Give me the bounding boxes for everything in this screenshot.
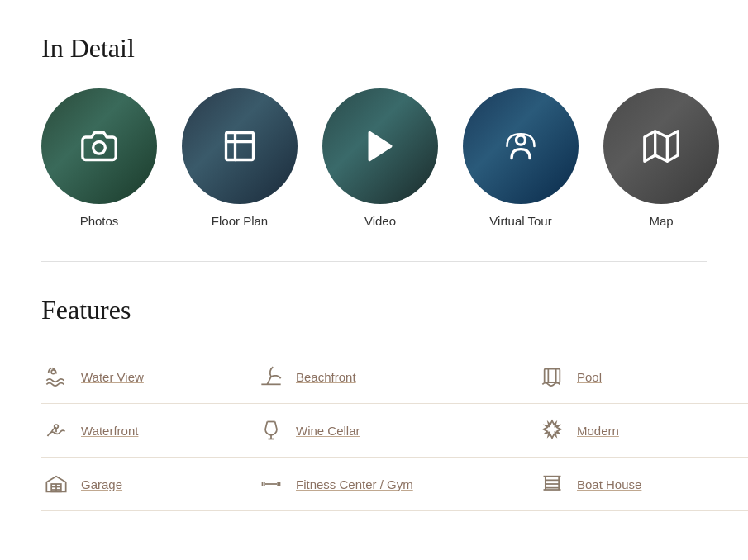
svg-point-11 <box>55 425 59 429</box>
feature-item-beachfront[interactable]: Beachfront <box>256 350 537 404</box>
feature-item-boat-house[interactable]: Boat House <box>537 458 748 511</box>
media-item-floorplan[interactable]: Floor Plan <box>182 88 298 228</box>
svg-marker-2 <box>369 133 391 160</box>
feature-item-modern[interactable]: Modern <box>537 404 748 458</box>
section-divider <box>41 261 707 262</box>
media-item-video[interactable]: Video <box>322 88 438 228</box>
wine-cellar-label: Wine Cellar <box>296 424 360 438</box>
water-view-icon <box>41 362 71 392</box>
pool-icon <box>537 362 567 392</box>
media-item-tour[interactable]: Virtual Tour <box>463 88 579 228</box>
in-detail-title: In Detail <box>41 33 707 64</box>
feature-item-water-view[interactable]: Water View <box>41 350 256 404</box>
camera-icon <box>81 128 117 164</box>
fitness-label: Fitness Center / Gym <box>296 477 413 491</box>
media-item-photos[interactable]: Photos <box>41 88 157 228</box>
media-circles: Photos Floor Plan Video <box>41 88 707 228</box>
circle-tour <box>463 88 579 204</box>
feature-item-fitness[interactable]: Fitness Center / Gym <box>256 458 537 511</box>
svg-point-0 <box>93 142 106 154</box>
feature-item-garage[interactable]: Garage <box>41 458 256 511</box>
svg-point-3 <box>517 135 526 145</box>
wine-cellar-icon <box>256 415 286 445</box>
beachfront-icon <box>256 362 286 392</box>
play-icon <box>362 128 398 164</box>
map-label: Map <box>649 214 673 228</box>
media-item-map[interactable]: Map <box>603 88 719 228</box>
modern-icon <box>537 415 567 445</box>
tour-label: Virtual Tour <box>489 214 551 228</box>
pool-label: Pool <box>577 370 602 384</box>
garage-icon <box>41 469 71 499</box>
circle-map <box>603 88 719 204</box>
water-view-label: Water View <box>81 370 144 384</box>
boat-house-label: Boat House <box>577 477 641 491</box>
svg-marker-4 <box>645 131 678 162</box>
beachfront-label: Beachfront <box>296 370 356 384</box>
circle-photos <box>41 88 157 204</box>
page-wrapper: In Detail Photos Floor Plan <box>0 0 748 544</box>
circle-video <box>322 88 438 204</box>
virtual-tour-icon <box>503 128 539 164</box>
map-icon <box>643 128 679 164</box>
feature-item-wine-cellar[interactable]: Wine Cellar <box>256 404 537 458</box>
waterfront-icon <box>41 415 71 445</box>
features-title: Features <box>41 295 707 325</box>
waterfront-label: Waterfront <box>81 424 138 438</box>
features-grid: Water View Beachfront <box>41 350 707 511</box>
feature-item-waterfront[interactable]: Waterfront <box>41 404 256 458</box>
circle-floorplan <box>182 88 298 204</box>
boat-house-icon <box>537 469 567 499</box>
floorplan-icon <box>222 128 258 164</box>
garage-label: Garage <box>81 477 122 491</box>
svg-rect-8 <box>545 369 560 382</box>
svg-rect-1 <box>226 133 254 160</box>
svg-point-7 <box>51 370 55 374</box>
modern-label: Modern <box>577 424 619 438</box>
feature-item-pool[interactable]: Pool <box>537 350 748 404</box>
floorplan-label: Floor Plan <box>212 214 268 228</box>
photos-label: Photos <box>80 214 119 228</box>
video-label: Video <box>364 214 396 228</box>
fitness-icon <box>256 469 286 499</box>
